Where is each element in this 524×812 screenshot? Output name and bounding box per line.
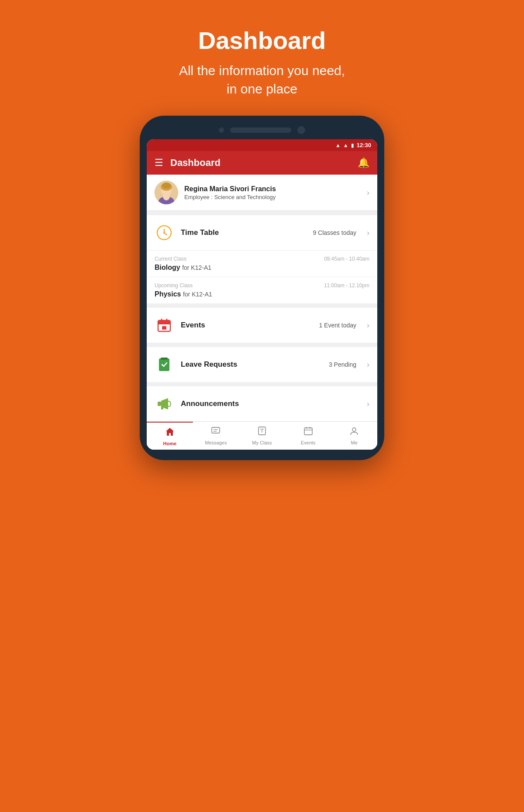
leave-chevron: › [367,360,369,369]
nav-item-me[interactable]: Me [331,422,377,450]
svg-rect-17 [161,358,168,360]
current-class-header: Current Class 09:45am - 10.40am [155,256,369,262]
leave-label: Leave Requests [181,360,322,369]
svg-rect-20 [161,407,163,409]
content-area: Regina Maria Sivori Francis Employee : S… [147,175,377,421]
svg-marker-22 [166,428,174,436]
home-icon [165,427,175,439]
svg-point-9 [163,232,165,234]
upcoming-class-subject-row: Physics for K12-A1 [155,290,369,298]
avatar-image [155,181,178,204]
upcoming-class-header: Upcoming Class 11:00am - 12.10pm [155,282,369,289]
nav-messages-label: Messages [205,440,227,445]
gap-3 [147,343,377,347]
page-header: Dashboard All the information you need, … [179,0,345,116]
myclass-icon [257,426,267,438]
signal-icon: ▲ [343,142,348,148]
svg-point-32 [352,428,356,431]
profile-card[interactable]: Regina Maria Sivori Francis Employee : S… [147,175,377,211]
timetable-row[interactable]: Time Table 9 Classes today › [147,215,377,250]
main-title: Dashboard [179,26,345,55]
upcoming-class-subject: Physics [155,290,181,298]
wifi-icon: ▲ [335,142,341,148]
current-class-card[interactable]: Current Class 09:45am - 10.40am Biology … [147,250,377,277]
app-title: Dashboard [170,157,351,169]
nav-item-home[interactable]: Home [147,422,193,450]
nav-me-label: Me [351,440,358,445]
profile-name: Regina Maria Sivori Francis [184,185,361,193]
nav-myclass-label: My Class [252,440,272,445]
bottom-nav: Home Messages My Class Events [147,421,377,450]
upcoming-class-card[interactable]: Upcoming Class 11:00am - 12.10pm Physics… [147,277,377,303]
announcements-row[interactable]: Announcements › [147,386,377,421]
timetable-label: Time Table [181,228,306,237]
events-nav-icon [303,426,313,438]
leave-card: Leave Requests 3 Pending › [147,347,377,382]
menu-icon[interactable]: ☰ [155,157,163,169]
upcoming-class-label: Upcoming Class [155,282,193,289]
events-icon [155,316,174,335]
timetable-card: Time Table 9 Classes today › Current Cla… [147,215,377,303]
nav-home-label: Home [163,441,177,446]
svg-rect-18 [158,402,161,406]
events-label: Events [181,321,312,330]
nav-item-myclass[interactable]: My Class [239,422,285,450]
status-time: 12:30 [357,142,371,148]
status-bar: ▲ ▲ ▮ 12:30 [147,139,377,151]
messages-icon [211,426,221,438]
leave-icon [155,355,174,374]
announcements-card: Announcements › [147,386,377,421]
nav-events-label: Events [301,440,316,445]
timetable-count: 9 Classes today [313,229,356,236]
battery-icon: ▮ [351,142,354,148]
nav-item-messages[interactable]: Messages [193,422,239,450]
svg-rect-28 [304,428,312,435]
profile-role: Employee : Science and Technology [184,194,361,200]
upcoming-class-time: 11:00am - 12.10pm [324,282,369,289]
announcements-label: Announcements [181,399,360,408]
bell-icon[interactable]: 🔔 [358,157,369,169]
profile-chevron: › [367,188,369,197]
leave-row[interactable]: Leave Requests 3 Pending › [147,347,377,382]
current-class-label: Current Class [155,256,186,262]
phone-frame: ▲ ▲ ▮ 12:30 ☰ Dashboard 🔔 [140,116,384,460]
nav-item-events[interactable]: Events [285,422,331,450]
current-class-subject-row: Biology for K12-A1 [155,264,369,272]
svg-rect-12 [158,322,170,324]
events-chevron: › [367,321,369,330]
svg-rect-16 [159,358,169,371]
phone-dot-left [219,127,224,133]
gap-4 [147,382,377,386]
svg-point-5 [163,193,170,200]
avatar [155,181,178,204]
profile-info: Regina Maria Sivori Francis Employee : S… [184,185,361,200]
svg-rect-23 [212,427,220,433]
phone-screen: ▲ ▲ ▮ 12:30 ☰ Dashboard 🔔 [147,139,377,450]
announcements-icon [155,394,174,413]
status-icons: ▲ ▲ ▮ 12:30 [335,142,371,148]
events-row[interactable]: Events 1 Event today › [147,308,377,343]
announcements-chevron: › [367,399,369,409]
svg-rect-15 [162,326,166,330]
timetable-icon [155,223,174,242]
current-class-subject: Biology [155,264,180,271]
events-count: 1 Event today [319,322,356,329]
events-card: Events 1 Event today › [147,308,377,343]
gap-1 [147,211,377,215]
phone-speaker [230,127,291,133]
current-class-time: 09:45am - 10.40am [324,256,369,262]
phone-camera [297,126,305,134]
leave-count: 3 Pending [329,361,356,368]
timetable-chevron: › [367,228,369,237]
main-subtitle: All the information you need, in one pla… [179,62,345,98]
gap-2 [147,303,377,308]
app-bar: ☰ Dashboard 🔔 [147,151,377,175]
svg-point-3 [162,182,171,189]
me-icon [349,426,359,438]
phone-top-bar [147,126,377,134]
